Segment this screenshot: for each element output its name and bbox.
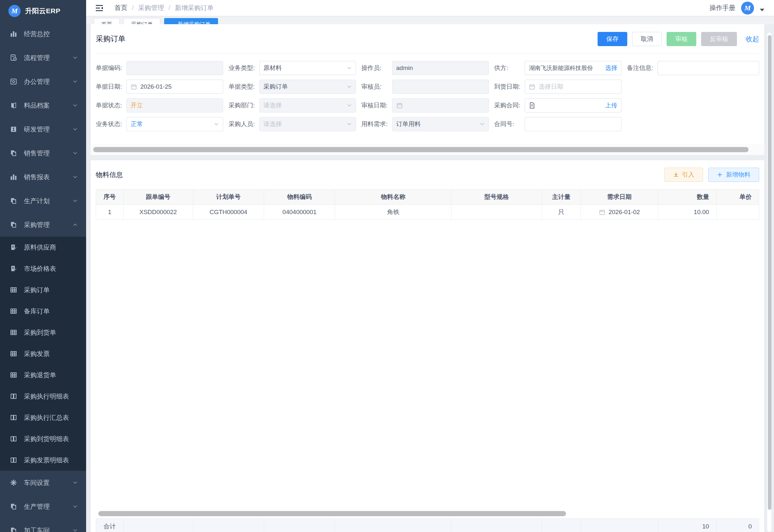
purchase-contract-input[interactable]: 上传 [525, 98, 621, 113]
sidebar-item-label: 采购到货明细表 [24, 435, 69, 443]
sidebar-item-invoice-detail[interactable]: 采购发票明细表 [0, 449, 86, 471]
sidebar-item-process-mgmt[interactable]: 流程管理 [0, 46, 86, 70]
cell-demand-date[interactable]: 2026-01-02 [581, 205, 658, 220]
audit-button[interactable]: 审核 [667, 32, 696, 46]
logo-icon: M [8, 5, 21, 17]
material-demand-select[interactable]: 订单用料 [392, 117, 489, 131]
manual-link[interactable]: 操作手册 [709, 4, 735, 12]
select-placeholder: 请选择 [263, 120, 282, 128]
vscroll-thumb[interactable] [768, 35, 771, 510]
sidebar-item-rd-mgmt[interactable]: 研发管理 [0, 117, 86, 141]
select-placeholder: 请选择 [263, 101, 282, 110]
totals-empty [264, 519, 335, 532]
upload-link[interactable]: 上传 [605, 101, 617, 110]
table-row[interactable]: 1 XSDD000022 CGTH000004 0404000001 角铁 只 … [96, 205, 759, 220]
field-purchase-dept: 采购部门: 请选择 [229, 98, 356, 113]
supplier-select-link[interactable]: 选择 [605, 64, 617, 72]
gear-icon [10, 479, 17, 487]
sidebar-item-purchase-return[interactable]: 采购退货单 [0, 364, 86, 386]
user-menu-caret-icon[interactable] [760, 9, 764, 11]
sidebar-item-raw-supplier[interactable]: 原料供应商 [0, 237, 86, 258]
select-value: 订单用料 [396, 120, 421, 128]
sidebar-item-label: 流程管理 [24, 54, 50, 62]
cell-qty[interactable]: 10.00 [658, 205, 716, 220]
field-purchase-staff: 采购人员: 请选择 [229, 117, 356, 131]
field-label: 单据类型: [229, 83, 259, 91]
input-value: 湖南飞沃新能源科技股份 [529, 64, 593, 72]
contract-no-input[interactable] [525, 117, 621, 131]
material-actions: 引入 新增物料 [664, 168, 759, 182]
sidebar-item-purchase-arrival[interactable]: 采购到货单 [0, 322, 86, 343]
sidebar-item-purchase-order[interactable]: 采购订单 [0, 279, 86, 300]
col-material-code: 物料编码 [264, 190, 335, 205]
sidebar-item-purchase-exec-summary[interactable]: 采购执行汇总表 [0, 407, 86, 428]
purchase-dept-select[interactable]: 请选择 [259, 98, 356, 113]
sidebar-item-workshop-settings[interactable]: 车间设置 [0, 471, 86, 495]
sidebar-item-market-price[interactable]: 市场价格表 [0, 258, 86, 279]
cell-price[interactable] [716, 205, 759, 220]
table-hscroll-thumb[interactable] [98, 511, 566, 516]
import-button[interactable]: 引入 [664, 168, 703, 182]
field-label: 单据编码: [96, 64, 126, 72]
breadcrumb-purchase-mgmt[interactable]: 采购管理 [138, 4, 164, 12]
chevron-down-icon [73, 151, 78, 156]
field-contract-no: 合同号: [494, 117, 621, 131]
sidebar-item-production-plan[interactable]: 生产计划 [0, 189, 86, 213]
tab-purchase-order[interactable]: 采购订单 [124, 18, 160, 24]
sidebar-item-stock-order[interactable]: 备库订单 [0, 300, 86, 322]
bar-chart-icon [10, 173, 17, 181]
calendar-icon [529, 84, 535, 90]
totals-empty [451, 519, 542, 532]
save-button[interactable]: 保存 [598, 32, 627, 46]
sidebar-item-purchase-exec-detail[interactable]: 采购执行明细表 [0, 386, 86, 407]
sidebar-item-office-mgmt[interactable]: 办公管理 [0, 70, 86, 94]
chevron-down-icon [480, 122, 485, 127]
arrival-date-input[interactable]: 选择日期 [525, 80, 621, 94]
unaudit-button[interactable]: 反审核 [701, 32, 737, 46]
avatar[interactable]: M [741, 2, 754, 15]
sidebar-item-sales-report[interactable]: 销售报表 [0, 165, 86, 189]
sidebar-item-purchase-invoice[interactable]: 采购发票 [0, 343, 86, 364]
collapse-link[interactable]: 收起 [746, 34, 759, 44]
form-header: 采购订单 保存 取消 审核 反审核 收起 [96, 24, 759, 54]
tab-home[interactable]: 首页 [94, 18, 120, 24]
tab-new-purchase-order[interactable]: 新增采购订单 [164, 18, 218, 24]
sidebar-item-production-mgmt[interactable]: 生产管理 [0, 495, 86, 518]
sidebar-item-processing-workshop[interactable]: 加工车间 [0, 518, 86, 532]
doc-code-input[interactable] [126, 61, 223, 75]
copy-doc-icon [10, 221, 17, 229]
form-hscroll-thumb[interactable] [93, 147, 749, 152]
field-doc-type: 单据类型: 采购订单 [229, 80, 356, 94]
sidebar-item-material-archive[interactable]: 料品档案 [0, 94, 86, 117]
sidebar-item-arrival-detail[interactable]: 采购到货明细表 [0, 428, 86, 449]
doc-type-select[interactable]: 采购订单 [259, 80, 356, 94]
doc-date-input[interactable]: 2026-01-25 [126, 80, 223, 94]
totals-label: 合计 [96, 519, 124, 532]
cancel-button[interactable]: 取消 [632, 32, 662, 46]
totals-empty [581, 519, 658, 532]
remark-input[interactable] [658, 61, 759, 75]
biz-type-select[interactable]: 原材料 [259, 61, 356, 75]
sidebar-item-purchase-mgmt[interactable]: 采购管理 [0, 213, 86, 237]
topbar-right: 操作手册 M [709, 2, 764, 15]
sidebar-item-sales-mgmt[interactable]: 销售管理 [0, 141, 86, 165]
add-material-button[interactable]: 新增物料 [708, 168, 759, 182]
menu-fold-icon[interactable] [94, 4, 104, 12]
col-follow-no: 跟单编号 [124, 190, 193, 205]
chevron-down-icon [73, 55, 78, 60]
sidebar-item-label: 采购到货单 [24, 328, 56, 337]
col-demand-date: 需求日期 [581, 190, 658, 205]
chevron-down-icon [73, 480, 78, 485]
field-doc-status: 单据状态: 开立 [96, 98, 223, 113]
biz-status-select[interactable]: 正常 [126, 117, 223, 131]
supplier-input[interactable]: 湖南飞沃新能源科技股份 选择 [525, 61, 621, 75]
sidebar-item-business-overview[interactable]: 经营总控 [0, 22, 86, 46]
totals-empty [124, 519, 193, 532]
sidebar-item-label: 采购订单 [24, 286, 50, 294]
purchase-staff-select[interactable]: 请选择 [259, 117, 356, 131]
tab-label: 采购订单 [131, 21, 153, 24]
breadcrumb-home[interactable]: 首页 [114, 4, 127, 12]
field-purchase-contract: 采购合同: 上传 [494, 98, 621, 113]
breadcrumb-separator: / [132, 4, 134, 12]
chevron-down-icon [347, 65, 352, 71]
